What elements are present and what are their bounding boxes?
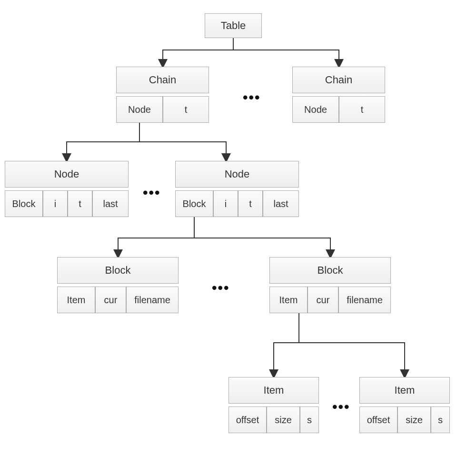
ellipsis-chain: ••• [243,89,261,106]
node-right-cell-last: last [263,190,299,217]
chain-left-header: Chain [116,67,209,93]
block-right-header: Block [269,257,391,284]
ellipsis-block: ••• [212,280,230,296]
item-left-cell-size: size [267,407,300,433]
node-right-cell-t: t [238,190,263,217]
chain-right-cell-t: t [339,96,385,123]
node-right-cell-block: Block [175,190,213,217]
node-left-cell-last: last [92,190,129,217]
connector-lines [0,0,457,476]
node-left-cell-t: t [68,190,92,217]
item-left-cell-offset: offset [228,407,267,433]
chain-right-cell-node: Node [292,96,339,123]
block-right-cell-item: Item [269,287,308,313]
item-right-cell-size: size [397,407,431,433]
item-left-cell-s: s [300,407,319,433]
block-left-cell-cur: cur [95,287,126,313]
block-left-cell-item: Item [57,287,95,313]
chain-right-header: Chain [292,67,385,93]
block-right-cell-cur: cur [308,287,338,313]
block-left-header: Block [57,257,179,284]
item-left-header: Item [228,377,319,404]
node-left-cell-i: i [43,190,68,217]
node-left-header: Node [5,161,129,188]
ellipsis-node: ••• [143,185,161,201]
chain-left-cell-t: t [163,96,209,123]
item-right-header: Item [359,377,450,404]
node-left-cell-block: Block [5,190,43,217]
block-right-cell-filename: filename [338,287,391,313]
ellipsis-item: ••• [332,399,350,415]
chain-left-cell-node: Node [116,96,163,123]
root-table-box: Table [205,13,262,38]
node-right-header: Node [175,161,299,188]
item-right-cell-s: s [431,407,450,433]
item-right-cell-offset: offset [359,407,397,433]
block-left-cell-filename: filename [126,287,179,313]
node-right-cell-i: i [213,190,238,217]
diagram-stage: Table Chain Node t ••• Chain Node t Node… [0,0,457,476]
